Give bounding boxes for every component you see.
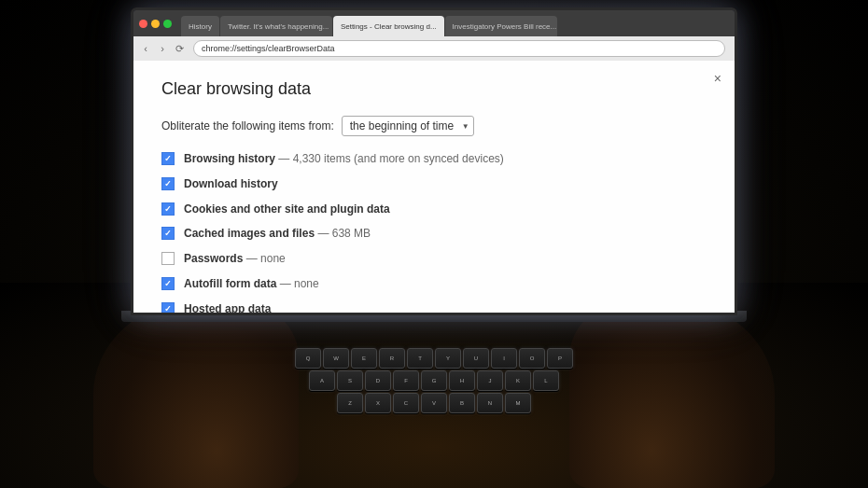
key-e[interactable]: E [351,348,377,369]
key-g[interactable]: G [421,370,447,391]
checkbox-item-3[interactable] [161,227,175,240]
key-r[interactable]: R [379,348,405,369]
tabs-container: History Twitter. It's what's happening..… [181,10,729,36]
item-text-0: Browsing history — 4,330 items (and more… [184,151,504,167]
minimize-window-button[interactable] [151,20,160,28]
dialog-title: Clear browsing data [161,79,707,99]
laptop-screen: History Twitter. It's what's happening..… [131,7,737,315]
checkbox-item-6[interactable] [161,302,175,315]
key-row: ZXCVBNM [149,393,719,413]
forward-button[interactable]: › [156,42,169,55]
key-b[interactable]: B [449,393,475,413]
reload-button[interactable]: ⟳ [173,42,186,55]
key-w[interactable]: W [323,348,349,369]
item-text-4: Passwords — none [184,251,286,267]
list-item: Hosted app data [161,301,707,315]
key-f[interactable]: F [393,370,419,391]
key-x[interactable]: X [365,393,391,413]
key-n[interactable]: N [477,393,503,413]
key-z[interactable]: Z [337,393,363,413]
key-l[interactable]: L [533,370,559,391]
item-label-5: Autofill form data [184,277,276,290]
key-c[interactable]: C [393,393,419,413]
item-text-2: Cookies and other site and plugin data [184,202,390,217]
back-button[interactable]: ‹ [139,42,152,55]
key-a[interactable]: A [309,370,335,391]
item-label-1: Download history [184,177,278,190]
item-label-6: Hosted app data [184,302,271,315]
window-controls [139,20,172,28]
timeframe-select[interactable]: the beginning of timethe past hourthe pa… [342,116,474,136]
item-detail-5: — none [276,277,318,290]
timeframe-label: Obliterate the following items from: [161,119,334,132]
item-label-0: Browsing history [184,152,275,165]
checkbox-item-4[interactable] [161,252,175,265]
browser-content: × Clear browsing data Obliterate the fol… [133,61,735,313]
key-d[interactable]: D [365,370,391,391]
timeframe-select-wrapper[interactable]: the beginning of timethe past hourthe pa… [342,116,474,136]
browser-tabs-bar: History Twitter. It's what's happening..… [133,10,735,36]
timeframe-row: Obliterate the following items from: the… [161,116,707,136]
item-label-2: Cookies and other site and plugin data [184,202,390,216]
key-p[interactable]: P [547,348,573,369]
key-h[interactable]: H [449,370,475,391]
item-label-3: Cached images and files [184,227,315,240]
maximize-window-button[interactable] [163,20,172,28]
item-text-3: Cached images and files — 638 MB [184,226,371,242]
item-label-4: Passwords [184,252,243,265]
item-text-1: Download history [184,176,278,192]
item-text-6: Hosted app data [184,301,271,315]
key-j[interactable]: J [477,370,503,391]
list-item: Browsing history — 4,330 items (and more… [161,151,707,167]
item-detail-4: — none [243,252,285,265]
checkbox-item-0[interactable] [161,152,175,165]
checkbox-item-5[interactable] [161,277,175,290]
item-detail-3: — 638 MB [315,227,371,240]
clear-browsing-dialog: × Clear browsing data Obliterate the fol… [133,61,735,313]
list-item: Passwords — none [161,251,707,267]
item-text-5: Autofill form data — none [184,276,319,292]
items-list: Browsing history — 4,330 items (and more… [161,151,707,315]
list-item: Autofill form data — none [161,276,707,292]
close-window-button[interactable] [139,20,147,28]
keyboard: QWERTYUIOPASDFGHJKLZXCVBNM [149,348,719,479]
checkbox-item-1[interactable] [161,177,175,190]
list-item: Download history [161,176,707,192]
browser-toolbar: ‹ › ⟳ chrome://settings/clearBrowserData [133,36,735,61]
key-s[interactable]: S [337,370,363,391]
dialog-close-button[interactable]: × [714,72,721,85]
checkbox-item-2[interactable] [161,202,175,216]
key-row: QWERTYUIOP [149,348,719,369]
key-t[interactable]: T [407,348,433,369]
tab-history[interactable]: History [181,16,219,36]
tab-powers-bill[interactable]: Investigatory Powers Bill rece... [445,16,557,36]
key-k[interactable]: K [505,370,531,391]
key-row: ASDFGHJKL [149,370,719,391]
key-y[interactable]: Y [435,348,461,369]
list-item: Cookies and other site and plugin data [161,202,707,217]
key-m[interactable]: M [505,393,531,413]
key-v[interactable]: V [421,393,447,413]
tab-settings[interactable]: Settings - Clear browsing d... [333,16,444,36]
address-bar[interactable]: chrome://settings/clearBrowserData [193,40,725,57]
key-u[interactable]: U [463,348,489,369]
key-q[interactable]: Q [295,348,321,369]
tab-twitter[interactable]: Twitter. It's what's happening... [220,16,332,36]
item-detail-0: — 4,330 items (and more on synced device… [275,152,504,165]
key-o[interactable]: O [519,348,545,369]
key-i[interactable]: I [491,348,517,369]
address-text: chrome://settings/clearBrowserData [202,44,335,53]
list-item: Cached images and files — 638 MB [161,226,707,242]
